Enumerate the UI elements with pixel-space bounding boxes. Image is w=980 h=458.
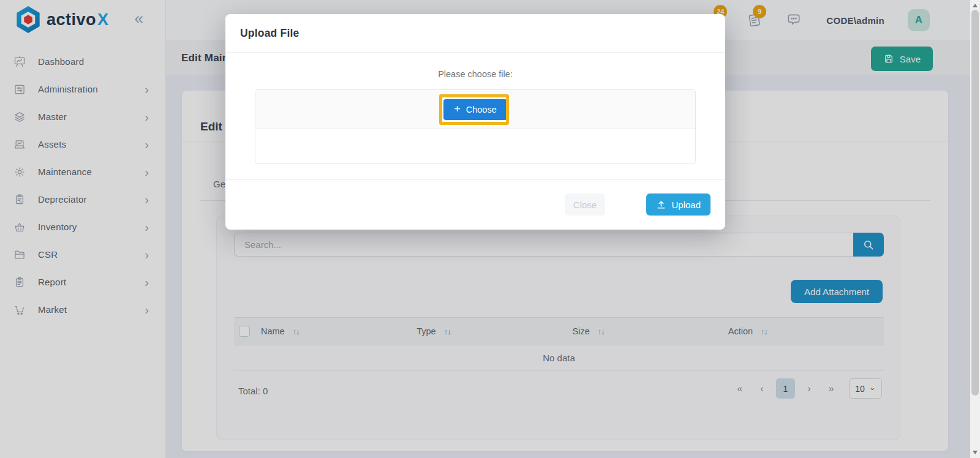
upload-file-modal: Upload File Please choose file: + Choose… xyxy=(225,14,725,230)
scrollbar-up-arrow[interactable] xyxy=(973,4,978,7)
upload-icon xyxy=(656,200,666,210)
modal-title: Upload File xyxy=(240,27,300,40)
plus-icon: + xyxy=(454,103,461,114)
browser-scrollbar[interactable] xyxy=(970,0,980,458)
choose-file-button[interactable]: + Choose xyxy=(443,99,507,120)
close-button[interactable]: Close xyxy=(565,193,605,216)
file-upload-panel-header: + Choose xyxy=(255,90,695,129)
choose-file-prompt: Please choose file: xyxy=(225,69,725,79)
modal-header: Upload File xyxy=(225,14,725,53)
upload-button[interactable]: Upload xyxy=(646,193,710,216)
upload-button-label: Upload xyxy=(671,200,701,210)
app-frame: activoX « Dashboard Administration › xyxy=(0,0,980,458)
choose-button-label: Choose xyxy=(466,105,497,114)
scrollbar-down-arrow[interactable] xyxy=(973,451,978,454)
file-upload-panel: + Choose xyxy=(255,89,696,164)
modal-footer: Close Upload xyxy=(225,179,725,230)
scrollbar-thumb[interactable] xyxy=(971,10,979,396)
